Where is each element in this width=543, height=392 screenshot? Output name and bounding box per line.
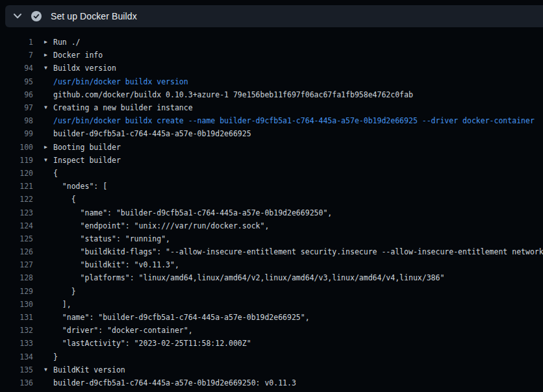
line-number[interactable]: 133: [0, 339, 33, 348]
triangle-down-icon[interactable]: ▼: [44, 66, 53, 71]
log-line-text: BuildKit version: [53, 365, 125, 374]
log-line-text: Creating a new builder instance: [53, 103, 193, 112]
triangle-right-icon[interactable]: ▶: [44, 40, 53, 45]
line-number[interactable]: 136: [0, 378, 33, 387]
log-line: 130 ],: [0, 298, 543, 311]
log-line: 129 }: [0, 285, 543, 298]
chevron-down-icon[interactable]: [14, 14, 21, 19]
line-number[interactable]: 122: [0, 195, 33, 204]
log-line-text: {: [53, 169, 58, 178]
triangle-right-icon[interactable]: ▶: [44, 53, 53, 58]
log-line-text: "buildkitd-flags": "--allow-insecure-ent…: [53, 247, 543, 256]
line-number[interactable]: 121: [0, 182, 33, 191]
log-line[interactable]: 100 ▶ Booting builder: [0, 141, 543, 154]
line-number[interactable]: 96: [0, 90, 33, 99]
log-line-text: ],: [53, 300, 71, 309]
log-line: 126 "buildkitd-flags": "--allow-insecure…: [0, 245, 543, 258]
step-header[interactable]: Set up Docker Buildx: [5, 5, 543, 27]
log-line: 134 }: [0, 350, 543, 363]
log-line: 121 "nodes": [: [0, 180, 543, 193]
triangle-down-icon[interactable]: ▼: [44, 105, 53, 110]
log-line: 124 "endpoint": "unix:///var/run/docker.…: [0, 219, 543, 232]
triangle-down-icon[interactable]: ▼: [44, 367, 53, 373]
log-line-text: github.com/docker/buildx 0.10.3+azure-1 …: [53, 90, 413, 99]
log-line[interactable]: 97 ▼ Creating a new builder instance: [0, 101, 543, 114]
step-title: Set up Docker Buildx: [51, 11, 137, 21]
log-line[interactable]: 7 ▶ Docker info: [0, 49, 543, 62]
log-line: 128 "platforms": "linux/amd64,linux/amd6…: [0, 271, 543, 284]
log-line-text: Docker info: [53, 51, 103, 60]
line-number[interactable]: 127: [0, 260, 33, 269]
line-number[interactable]: 128: [0, 273, 33, 282]
log-line-text: }: [53, 287, 76, 296]
log-line: 132 "driver": "docker-container",: [0, 324, 543, 337]
log-line: 123 "name": "builder-d9cfb5a1-c764-445a-…: [0, 206, 543, 219]
line-number[interactable]: 129: [0, 287, 33, 296]
log-line-text: "name": "builder-d9cfb5a1-c764-445a-a57e…: [53, 313, 310, 322]
log-line: 133 "lastActivity": "2023-02-25T11:58:12…: [0, 337, 543, 350]
line-number[interactable]: 95: [0, 77, 33, 86]
log-line[interactable]: 1 ▶ Run ./: [0, 36, 543, 49]
line-number[interactable]: 99: [0, 129, 33, 138]
log-line-text: "status": "running",: [53, 234, 170, 243]
triangle-down-icon[interactable]: ▼: [44, 158, 53, 163]
line-number[interactable]: 131: [0, 313, 33, 322]
line-number[interactable]: 97: [0, 103, 33, 112]
line-number[interactable]: 123: [0, 208, 33, 217]
line-number[interactable]: 7: [0, 51, 33, 60]
log-line-text: "platforms": "linux/amd64,linux/amd64/v2…: [53, 273, 444, 282]
line-number[interactable]: 120: [0, 169, 33, 178]
log-line: 125 "status": "running",: [0, 232, 543, 245]
log-line-text: /usr/bin/docker buildx version: [53, 77, 188, 86]
line-number[interactable]: 94: [0, 64, 33, 73]
log-line-text: builder-d9cfb5a1-c764-445a-a57e-0b19d2e6…: [53, 129, 251, 138]
log-area: 1 ▶ Run ./ 7 ▶ Docker info 94 ▼ Buildx v…: [0, 36, 543, 389]
log-line: 98 /usr/bin/docker buildx create --name …: [0, 114, 543, 127]
log-line-text: Run ./: [53, 38, 81, 47]
log-line-text: "endpoint": "unix:///var/run/docker.sock…: [53, 221, 269, 230]
line-number[interactable]: 135: [0, 365, 33, 374]
log-line-text: {: [53, 195, 76, 204]
log-line[interactable]: 119 ▼ Inspect builder: [0, 154, 543, 167]
log-line-text: }: [53, 352, 58, 361]
log-line: 136 builder-d9cfb5a1-c764-445a-a57e-0b19…: [0, 376, 543, 389]
log-line[interactable]: 135 ▼ BuildKit version: [0, 363, 543, 376]
log-line-text: "lastActivity": "2023-02-25T11:58:12.000…: [53, 339, 251, 348]
log-line-text: Buildx version: [53, 64, 116, 73]
log-line-text: "driver": "docker-container",: [53, 326, 193, 335]
line-number[interactable]: 100: [0, 143, 33, 152]
line-number[interactable]: 119: [0, 156, 33, 165]
line-number[interactable]: 98: [0, 116, 33, 125]
line-number[interactable]: 125: [0, 234, 33, 243]
line-number[interactable]: 124: [0, 221, 33, 230]
log-line-text: builder-d9cfb5a1-c764-445a-a57e-0b19d2e6…: [53, 378, 296, 387]
log-line-text: "name": "builder-d9cfb5a1-c764-445a-a57e…: [53, 208, 332, 217]
line-number[interactable]: 134: [0, 352, 33, 361]
log-line-text: "buildkit": "v0.11.3",: [53, 260, 179, 269]
log-line: 127 "buildkit": "v0.11.3",: [0, 258, 543, 271]
log-line-text: Booting builder: [53, 143, 121, 152]
line-number[interactable]: 132: [0, 326, 33, 335]
log-line: 122 {: [0, 193, 543, 206]
line-number[interactable]: 1: [0, 38, 33, 47]
check-circle-icon: [31, 11, 42, 21]
triangle-right-icon[interactable]: ▶: [44, 145, 53, 150]
log-line[interactable]: 94 ▼ Buildx version: [0, 62, 543, 75]
log-line-text: Inspect builder: [53, 156, 121, 165]
log-line-text: /usr/bin/docker buildx create --name bui…: [53, 116, 535, 125]
line-number[interactable]: 130: [0, 300, 33, 309]
line-number[interactable]: 126: [0, 247, 33, 256]
log-line-text: "nodes": [: [53, 182, 107, 191]
log-line: 96 github.com/docker/buildx 0.10.3+azure…: [0, 88, 543, 101]
log-line: 99 builder-d9cfb5a1-c764-445a-a57e-0b19d…: [0, 127, 543, 140]
log-line: 131 "name": "builder-d9cfb5a1-c764-445a-…: [0, 311, 543, 324]
log-line: 95 /usr/bin/docker buildx version: [0, 75, 543, 88]
log-line: 120 {: [0, 167, 543, 180]
